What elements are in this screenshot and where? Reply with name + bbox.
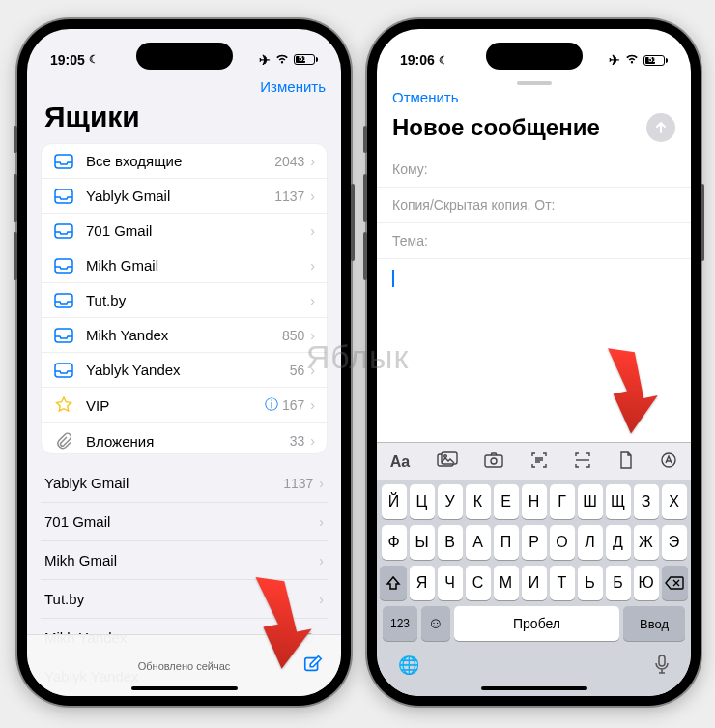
key-letter[interactable]: У <box>438 484 463 519</box>
key-letter[interactable]: П <box>494 525 519 560</box>
mailbox-label: VIP <box>86 397 265 414</box>
paperclip-icon <box>53 432 74 450</box>
mailbox-count: 167 <box>282 397 304 413</box>
cc-field[interactable]: Копия/Скрытая копия, От: <box>377 188 691 223</box>
key-letter[interactable]: М <box>494 566 519 600</box>
key-emoji[interactable]: ☺ <box>421 606 450 641</box>
key-letter[interactable]: Ш <box>578 484 603 519</box>
account-count: 1137 <box>283 476 313 491</box>
key-letter[interactable]: Ы <box>410 525 435 560</box>
mailbox-label: 701 Gmail <box>86 222 304 239</box>
key-letter[interactable]: Д <box>606 525 631 560</box>
key-letter[interactable]: Х <box>662 484 687 519</box>
key-letter[interactable]: Л <box>578 525 603 560</box>
edit-button[interactable]: Изменить <box>260 78 326 95</box>
key-letter[interactable]: Э <box>662 525 687 560</box>
inbox-icon <box>53 363 74 378</box>
key-letter[interactable]: З <box>634 484 659 519</box>
key-letter[interactable]: Ч <box>438 566 463 600</box>
account-label: 701 Gmail <box>44 513 313 530</box>
home-indicator[interactable] <box>131 686 238 690</box>
mic-icon[interactable] <box>654 655 670 679</box>
cancel-button[interactable]: Отменить <box>392 89 459 105</box>
camera-icon[interactable] <box>484 452 503 472</box>
svg-rect-3 <box>55 259 72 273</box>
mailbox-count: 1137 <box>274 189 304 204</box>
key-letter[interactable]: Т <box>550 566 575 600</box>
account-row[interactable]: Tut.by› <box>41 580 328 619</box>
svg-rect-14 <box>659 655 665 666</box>
body-field[interactable] <box>377 259 691 297</box>
mailbox-row[interactable]: Yablyk Gmail1137› <box>42 179 327 214</box>
key-letter[interactable]: Ю <box>634 566 659 600</box>
key-letter[interactable]: Г <box>550 484 575 519</box>
key-letter[interactable]: Ж <box>634 525 659 560</box>
compose-button[interactable] <box>302 654 324 679</box>
svg-rect-5 <box>55 329 72 342</box>
nav-bar: Изменить <box>27 74 341 95</box>
scan-doc-icon[interactable] <box>574 451 591 473</box>
svg-rect-9 <box>442 452 457 464</box>
mailbox-row[interactable]: Все входящие2043› <box>42 144 327 179</box>
key-backspace[interactable] <box>662 566 689 600</box>
key-letter[interactable]: Ц <box>410 484 435 519</box>
mailbox-count: 56 <box>290 363 305 378</box>
subject-field[interactable]: Тема: <box>377 223 691 259</box>
key-letter[interactable]: И <box>522 566 547 600</box>
key-letter[interactable]: К <box>466 484 491 519</box>
key-enter[interactable]: Ввод <box>623 606 685 641</box>
key-letter[interactable]: Е <box>494 484 519 519</box>
format-aa-icon[interactable]: Aa <box>390 453 410 471</box>
mailbox-count: 33 <box>290 433 305 449</box>
key-letter[interactable]: Ф <box>382 525 407 560</box>
svg-rect-1 <box>55 189 72 203</box>
mailbox-label: Вложения <box>86 433 290 450</box>
key-shift[interactable] <box>380 566 407 600</box>
key-letter[interactable]: Я <box>410 566 435 600</box>
photo-library-icon[interactable] <box>437 451 458 473</box>
scan-text-icon[interactable] <box>530 451 548 473</box>
airplane-icon: ✈ <box>609 52 620 68</box>
account-row[interactable]: Mikh Gmail› <box>41 541 328 580</box>
mailbox-row[interactable]: Yablyk Yandex56› <box>42 353 327 388</box>
svg-point-12 <box>491 458 497 464</box>
mailbox-row[interactable]: Tut.by› <box>42 283 327 318</box>
account-label: Mikh Gmail <box>44 552 313 568</box>
markup-icon[interactable] <box>660 451 677 473</box>
key-letter[interactable]: Й <box>382 484 407 519</box>
svg-rect-11 <box>485 455 502 467</box>
mailbox-row[interactable]: Вложения33› <box>42 423 327 454</box>
mailbox-row[interactable]: Mikh Gmail› <box>42 248 327 283</box>
mailbox-row[interactable]: 701 Gmail› <box>42 214 327 248</box>
mailbox-row[interactable]: Mikh Yandex850› <box>42 318 327 353</box>
key-letter[interactable]: Щ <box>606 484 631 519</box>
mailbox-label: Tut.by <box>86 292 304 308</box>
account-label: Yablyk Gmail <box>44 475 283 491</box>
account-row[interactable]: Yablyk Gmail1137› <box>41 464 328 503</box>
key-letter[interactable]: Р <box>522 525 547 560</box>
mailbox-label: Все входящие <box>86 153 274 169</box>
attach-file-icon[interactable] <box>618 451 634 474</box>
svg-rect-6 <box>55 364 72 377</box>
key-letter[interactable]: А <box>466 525 491 560</box>
phone-frame-left: 19:05☾ ✈ 51 Изменить Ящики Все входящие2… <box>17 19 351 706</box>
key-letter[interactable]: Ь <box>578 566 603 600</box>
key-123[interactable]: 123 <box>383 606 417 641</box>
battery-icon: 51 <box>644 55 668 66</box>
to-field[interactable]: Кому: <box>377 152 691 188</box>
send-button[interactable] <box>646 113 675 142</box>
keyboard-toolbar: Aa <box>377 442 691 480</box>
key-letter[interactable]: О <box>550 525 575 560</box>
home-indicator[interactable] <box>481 686 587 690</box>
globe-icon[interactable]: 🌐 <box>398 655 419 679</box>
key-space[interactable]: Пробел <box>454 606 619 641</box>
key-letter[interactable]: Н <box>522 484 547 519</box>
mailbox-list: Все входящие2043›Yablyk Gmail1137›701 Gm… <box>41 143 328 454</box>
key-letter[interactable]: С <box>466 566 491 600</box>
mailbox-row[interactable]: VIPⓘ167› <box>42 388 327 423</box>
phone-frame-right: 19:06☾ ✈ 51 Отменить Новое сообщени <box>367 19 701 706</box>
key-letter[interactable]: Б <box>606 566 631 600</box>
key-letter[interactable]: В <box>438 525 463 560</box>
info-icon[interactable]: ⓘ <box>265 396 278 414</box>
account-row[interactable]: 701 Gmail› <box>41 503 328 541</box>
